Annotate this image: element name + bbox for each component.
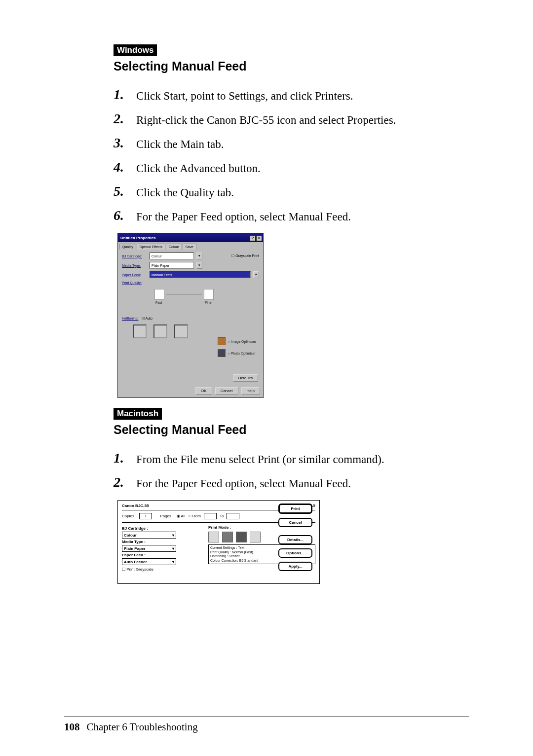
help-button[interactable]: Help bbox=[241, 387, 260, 395]
printer-icon bbox=[204, 289, 214, 300]
paper-feed-label: Paper Feed : bbox=[122, 553, 203, 557]
media-type-select[interactable]: Plain Paper bbox=[150, 262, 194, 269]
step-text: For the Paper Feed option, select Manual… bbox=[136, 211, 351, 223]
tabs: Quality Special Effects Colour Save bbox=[118, 242, 263, 250]
section-macintosh: Macintosh Selecting Manual Feed 1.From t… bbox=[114, 408, 469, 584]
windows-steps: 1.Click Start, point to Settings, and cl… bbox=[114, 88, 469, 224]
ok-button[interactable]: OK bbox=[195, 387, 212, 395]
dropdown-arrow-icon: ▾ bbox=[170, 532, 176, 538]
copies-label: Copies : bbox=[122, 514, 136, 518]
step: 1.From the File menu select Print (or si… bbox=[114, 452, 469, 467]
step: 6.For the Paper Feed option, select Manu… bbox=[114, 209, 469, 224]
print-button[interactable]: Print bbox=[278, 504, 312, 514]
printer-icon bbox=[154, 289, 164, 300]
halftone-option[interactable] bbox=[174, 324, 188, 338]
pages-from-radio[interactable]: ○ From bbox=[188, 514, 201, 518]
media-type-label: Media Type : bbox=[122, 540, 203, 544]
step: 1.Click Start, point to Settings, and cl… bbox=[114, 88, 469, 104]
step: 2.For the Paper Feed option, select Manu… bbox=[114, 476, 469, 491]
macintosh-title: Selecting Manual Feed bbox=[114, 423, 469, 437]
tab-colour[interactable]: Colour bbox=[166, 244, 182, 250]
step-text: Click the Quality tab. bbox=[136, 186, 234, 199]
defaults-button[interactable]: Defaults bbox=[233, 374, 258, 382]
cancel-button[interactable]: Cancel bbox=[278, 518, 312, 527]
dropdown-arrow-icon[interactable]: ▾ bbox=[253, 271, 259, 278]
macintosh-steps: 1.From the File menu select Print (or si… bbox=[114, 452, 469, 491]
bj-cartridge-select[interactable]: Colour▾ bbox=[122, 532, 176, 539]
details-button[interactable]: Details... bbox=[278, 535, 312, 544]
step-text: Right-click the Canon BJC-55 icon and se… bbox=[136, 114, 396, 126]
step: 2.Right-click the Canon BJC-55 icon and … bbox=[114, 112, 469, 128]
windows-properties-dialog: Untitled Properties ? × Quality Special … bbox=[117, 233, 264, 398]
media-type-select[interactable]: Plain Paper▾ bbox=[122, 545, 176, 552]
step-text: Click Start, point to Settings, and clic… bbox=[136, 90, 353, 102]
windows-title: Selecting Manual Feed bbox=[114, 59, 469, 73]
apply-button[interactable]: Apply... bbox=[278, 562, 312, 571]
slider-fine-label: Fine bbox=[205, 301, 212, 304]
bj-cartridge-select[interactable]: Colour bbox=[150, 252, 194, 259]
bj-cartridge-label: BJ Cartridge: bbox=[122, 254, 147, 258]
tab-quality[interactable]: Quality bbox=[119, 244, 136, 250]
options-button[interactable]: Options... bbox=[278, 548, 312, 558]
dropdown-arrow-icon: ▾ bbox=[170, 545, 176, 551]
halftone-options bbox=[133, 324, 259, 338]
paper-feed-select[interactable]: Auto Feeder▾ bbox=[122, 558, 176, 565]
cancel-button[interactable]: Cancel bbox=[215, 387, 238, 395]
page-footer: 108 Chapter 6 Troubleshooting bbox=[64, 717, 469, 733]
paper-feed-label: Paper Feed: bbox=[122, 273, 147, 277]
window-controls: ? × bbox=[250, 235, 262, 241]
bj-cartridge-label: BJ Cartridge : bbox=[122, 526, 203, 531]
dialog-product: Canon BJC-55 bbox=[122, 504, 149, 508]
dropdown-arrow-icon[interactable]: ▾ bbox=[196, 252, 202, 259]
photo-optimizer-icon bbox=[218, 349, 226, 357]
dropdown-arrow-icon[interactable]: ▾ bbox=[196, 262, 202, 269]
mode-option[interactable] bbox=[222, 532, 233, 542]
step-text: For the Paper Feed option, select Manual… bbox=[136, 477, 351, 490]
step: 3.Click the Main tab. bbox=[114, 137, 469, 152]
greyscale-checkbox[interactable]: ☐ Print Greyscale bbox=[122, 567, 203, 572]
media-type-label: Media Type: bbox=[122, 264, 147, 267]
page-number: 108 bbox=[64, 721, 80, 733]
tab-special-effects[interactable]: Special Effects bbox=[137, 244, 165, 250]
to-input[interactable] bbox=[227, 513, 239, 519]
print-quality-slider[interactable]: Fast Fine bbox=[122, 286, 259, 314]
close-icon[interactable]: × bbox=[256, 235, 262, 241]
tab-save[interactable]: Save bbox=[183, 244, 196, 250]
image-optimizer-icon bbox=[218, 337, 226, 345]
step: 5.Click the Quality tab. bbox=[114, 185, 469, 200]
mode-option[interactable] bbox=[236, 532, 247, 542]
paper-feed-select[interactable]: Manual Feed bbox=[150, 271, 251, 278]
windows-badge: Windows bbox=[114, 44, 157, 56]
macintosh-badge: Macintosh bbox=[114, 408, 162, 420]
step-text: Click the Advanced button. bbox=[136, 162, 261, 175]
copies-input[interactable]: 1 bbox=[139, 513, 152, 519]
print-quality-label: Print Quality: bbox=[122, 281, 259, 285]
halftone-option[interactable] bbox=[153, 324, 167, 338]
from-input[interactable] bbox=[204, 513, 217, 519]
mode-option[interactable] bbox=[250, 532, 261, 542]
chapter-label: Chapter 6 Troubleshooting bbox=[87, 721, 198, 733]
slider-fast-label: Fast bbox=[155, 301, 162, 304]
grayscale-checkbox-label[interactable]: ☐ Grayscale Print bbox=[231, 254, 259, 258]
to-label: To bbox=[220, 514, 224, 518]
help-icon[interactable]: ? bbox=[250, 235, 256, 241]
halftone-option[interactable] bbox=[133, 324, 147, 338]
step: 4.Click the Advanced button. bbox=[114, 161, 469, 176]
photo-optimizer-option[interactable]: ○ Photo Optimizer bbox=[218, 349, 256, 357]
dialog-title: Untitled Properties bbox=[120, 236, 156, 240]
dropdown-arrow-icon: ▾ bbox=[170, 559, 176, 565]
mode-option[interactable] bbox=[208, 532, 219, 542]
step-text: Click the Main tab. bbox=[136, 138, 224, 150]
halftoning-value[interactable]: ☑ Auto bbox=[142, 317, 152, 321]
mac-print-dialog: Canon BJC-55 Version 3.5 Copies : 1 Page… bbox=[117, 500, 320, 584]
step-text: From the File menu select Print (or simi… bbox=[136, 453, 384, 466]
image-optimizer-option[interactable]: ○ Image Optimizer bbox=[218, 337, 256, 345]
pages-all-radio[interactable]: ◉ All bbox=[177, 514, 186, 518]
pages-label: Pages : bbox=[160, 514, 173, 518]
section-windows: Windows Selecting Manual Feed 1.Click St… bbox=[114, 44, 469, 398]
halftoning-label: Halftoning: bbox=[122, 317, 140, 320]
